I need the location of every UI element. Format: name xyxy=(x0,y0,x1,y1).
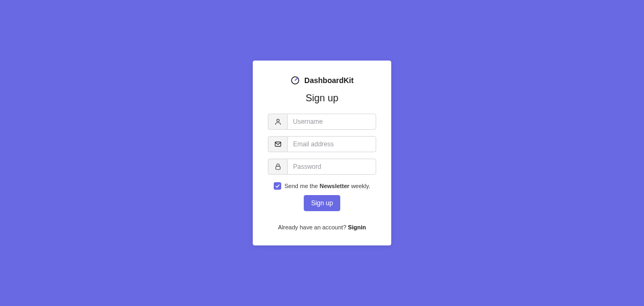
signin-link[interactable]: Signin xyxy=(348,224,366,230)
email-input[interactable] xyxy=(287,136,376,152)
username-group xyxy=(268,114,376,130)
password-input[interactable] xyxy=(287,159,376,175)
brand: DashboardKit xyxy=(268,76,376,85)
svg-point-1 xyxy=(276,119,279,122)
svg-rect-3 xyxy=(275,166,280,169)
signup-card: DashboardKit Sign up xyxy=(253,61,391,245)
newsletter-label-strong: Newsletter xyxy=(319,183,349,189)
gauge-icon xyxy=(290,76,300,85)
newsletter-label-suffix: weekly. xyxy=(349,183,370,189)
mail-icon xyxy=(268,136,287,152)
username-input[interactable] xyxy=(287,114,376,130)
signin-prompt: Already have an account? Signin xyxy=(268,224,376,230)
newsletter-checkbox[interactable] xyxy=(274,182,281,190)
lock-icon xyxy=(268,159,287,175)
signin-prompt-text: Already have an account? xyxy=(278,224,348,230)
user-icon xyxy=(268,114,287,130)
email-group xyxy=(268,136,376,152)
newsletter-label-prefix: Send me the xyxy=(284,183,319,189)
brand-name: DashboardKit xyxy=(304,76,354,85)
password-group xyxy=(268,159,376,175)
newsletter-row: Send me the Newsletter weekly. xyxy=(268,182,376,190)
signup-button[interactable]: Sign up xyxy=(304,195,341,211)
page-title: Sign up xyxy=(268,93,376,104)
newsletter-label: Send me the Newsletter weekly. xyxy=(284,183,370,189)
